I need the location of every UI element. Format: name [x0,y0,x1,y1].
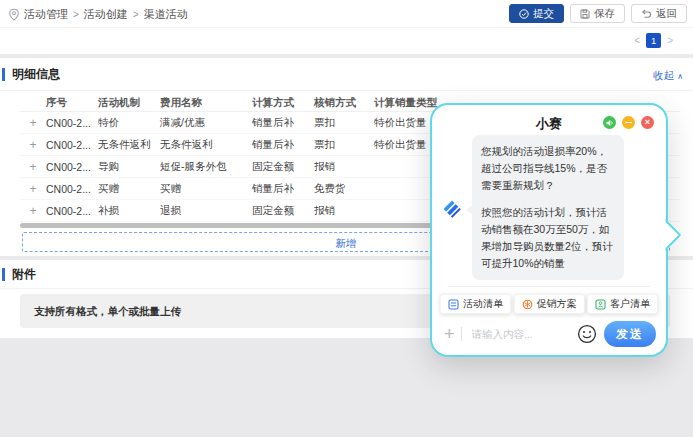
pagination-prev-icon[interactable]: < [634,35,640,46]
cell-mechanism: 买赠 [98,182,160,196]
save-button[interactable]: 保存 [570,4,625,23]
detail-section-accent-bar [2,68,5,81]
breadcrumb-item-activity-management[interactable]: 活动管理 [24,7,68,22]
divider [0,90,693,91]
pagination: < 1 > [634,33,673,48]
chip-promotion-plan[interactable]: 促销方案 [514,294,585,314]
cell-seq: CN00-2... [46,205,98,217]
cell-seq: CN00-2... [46,139,98,151]
breadcrumb-item-channel-activity: 渠道活动 [144,7,188,22]
input-divider [461,327,462,341]
submit-button-label: 提交 [533,7,554,21]
speaker-icon [606,119,614,127]
cell-mechanism: 无条件返利 [98,138,160,152]
check-circle-icon [519,9,529,19]
top-bar: 活动管理 > 活动创建 > 渠道活动 提交 保存 [0,0,693,28]
expand-row-icon[interactable]: + [20,160,46,174]
cell-verify-method: 免费货 [314,182,374,196]
assistant-chat-window: 小赛 × 您规划的活动退损率20%，超过公司指导线15%，是否需要重新规划？ 按… [430,103,668,357]
assistant-avatar [441,198,463,220]
col-header-seq: 序号 [46,96,98,110]
detail-section-title: 明细信息 [12,66,60,83]
attachment-section-title: 附件 [12,266,36,283]
submit-button[interactable]: 提交 [509,4,564,23]
close-icon: × [645,118,650,127]
attach-plus-icon[interactable]: + [444,325,455,343]
chip-customer-list[interactable]: 客户清单 [587,294,658,314]
expand-row-icon[interactable]: + [20,138,46,152]
cell-verify-method: 报销 [314,204,374,218]
cell-verify-method: 票扣 [314,116,374,130]
cell-fee-name: 买赠 [160,182,252,196]
assistant-message-2: 按照您的活动计划，预计活动销售额在30万至50万，如果增加导购员数量2位，预计可… [481,204,615,272]
cell-mechanism: 特价 [98,116,160,130]
save-icon [580,9,590,19]
col-header-mechanism: 活动机制 [98,96,160,110]
expand-row-icon[interactable]: + [20,182,46,196]
chat-window-tail [663,215,683,255]
back-button-label: 返回 [656,7,677,21]
emoji-button[interactable] [577,324,597,344]
chip-activity-list[interactable]: 活动清单 [440,294,511,314]
activity-list-icon [448,299,459,310]
pagination-current-page[interactable]: 1 [646,33,661,48]
cell-fee-name: 短促-服务外包 [160,160,252,174]
chat-message-input[interactable] [470,327,573,341]
chip-label: 客户清单 [610,297,650,311]
collapse-label: 收起 [653,69,674,83]
cell-verify-method: 报销 [314,160,374,174]
chat-divider [448,286,650,287]
col-header-verify-method: 核销方式 [314,96,374,110]
cell-calc-method: 销量后补 [252,138,314,152]
breadcrumb: 活动管理 > 活动创建 > 渠道活动 [8,0,188,28]
smiley-icon [577,324,597,344]
cell-mechanism: 导购 [98,160,160,174]
back-button[interactable]: 返回 [631,4,687,23]
chevron-up-icon: ∧ [677,72,683,81]
voice-toggle-button[interactable] [603,116,616,129]
location-pin-icon [8,8,20,21]
cell-calc-method: 销量后补 [252,182,314,196]
undo-arrow-icon [641,9,652,19]
cell-fee-name: 退损 [160,204,252,218]
customer-person-icon [595,299,606,310]
cell-fee-name: 无条件返利 [160,138,252,152]
promotion-badge-icon [522,299,533,310]
assistant-message-1: 您规划的活动退损率20%，超过公司指导线15%，是否需要重新规划？ [481,143,615,194]
cell-seq: CN00-2... [46,183,98,195]
minimize-icon [625,122,632,124]
close-button[interactable]: × [641,116,654,129]
message-bubble-tail [466,205,473,215]
cell-seq: CN00-2... [46,117,98,129]
cell-calc-method: 固定金额 [252,160,314,174]
cell-calc-method: 销量后补 [252,116,314,130]
pagination-next-icon[interactable]: > [667,35,673,46]
chat-window-controls: × [603,116,654,129]
app-screen: 活动管理 > 活动创建 > 渠道活动 提交 保存 [0,0,693,437]
assistant-message-bubble: 您规划的活动退损率20%，超过公司指导线15%，是否需要重新规划？ 按照您的活动… [472,135,624,280]
col-header-fee-name: 费用名称 [160,96,252,110]
section-divider [0,54,693,58]
cell-fee-name: 满减/优惠 [160,116,252,130]
chip-label: 活动清单 [463,297,503,311]
attachment-section-accent-bar [2,268,5,281]
expand-row-icon[interactable]: + [20,204,46,218]
send-button[interactable]: 发送 [604,321,656,347]
chat-input-row: + 发送 [444,320,656,348]
minimize-button[interactable] [622,116,635,129]
breadcrumb-item-activity-create[interactable]: 活动创建 [84,7,128,22]
breadcrumb-separator: > [133,9,139,20]
cell-verify-method: 票扣 [314,138,374,152]
collapse-toggle[interactable]: 收起 ∧ [653,69,683,83]
header-actions: 提交 保存 返回 [509,4,687,23]
expand-row-icon[interactable]: + [20,116,46,130]
cell-mechanism: 补损 [98,204,160,218]
breadcrumb-separator: > [73,9,79,20]
chip-label: 促销方案 [537,297,577,311]
col-header-calc-method: 计算方式 [252,96,314,110]
cell-seq: CN00-2... [46,161,98,173]
cell-calc-method: 固定金额 [252,204,314,218]
quick-action-chips: 活动清单 促销方案 客户清单 [440,294,658,314]
save-button-label: 保存 [594,7,615,21]
